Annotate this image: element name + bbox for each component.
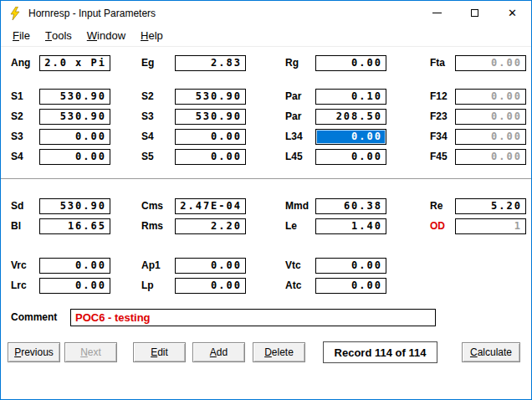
param-label-s3-2: S3 bbox=[11, 129, 23, 145]
param-field-atc[interactable]: 0.00 bbox=[315, 278, 386, 294]
param-label-mmd: Mmd bbox=[285, 198, 309, 214]
record-indicator: Record 114 of 114 bbox=[323, 341, 437, 363]
section-divider bbox=[1, 178, 531, 180]
param-field-s2[interactable]: 530.90 bbox=[175, 89, 246, 105]
param-label-f34: F34 bbox=[430, 129, 448, 145]
param-field-eg[interactable]: 2.83 bbox=[175, 55, 246, 71]
edit-button[interactable]: Edit bbox=[133, 342, 186, 362]
param-field-rms[interactable]: 2.20 bbox=[175, 218, 246, 234]
param-label-s2-2: S2 bbox=[11, 109, 23, 125]
menu-tools[interactable]: Tools bbox=[38, 25, 79, 46]
menu-window[interactable]: Window bbox=[79, 25, 133, 46]
param-label-lrc: Lrc bbox=[11, 278, 27, 294]
param-label-od: OD bbox=[430, 218, 445, 234]
menu-help[interactable]: Help bbox=[133, 25, 171, 46]
param-label-f12: F12 bbox=[430, 89, 448, 105]
param-label-par-2: Par bbox=[285, 109, 301, 125]
close-button[interactable]: ✕ bbox=[494, 1, 531, 25]
param-field-s4[interactable]: 0.00 bbox=[175, 129, 246, 145]
next-button[interactable]: Next bbox=[64, 342, 117, 362]
param-field-fta[interactable]: 0.00 bbox=[455, 55, 526, 71]
param-field-od[interactable]: 1 bbox=[455, 218, 526, 234]
param-label-vrc: Vrc bbox=[11, 258, 27, 274]
param-field-s3[interactable]: 530.90 bbox=[175, 109, 246, 125]
param-label-lp: Lp bbox=[141, 278, 154, 294]
hornresp-window: Hornresp - Input Parameters ✕ File Tools… bbox=[0, 0, 532, 400]
param-label-ap1: Ap1 bbox=[141, 258, 161, 274]
param-field-bl[interactable]: 16.65 bbox=[39, 218, 110, 234]
param-label-bl: Bl bbox=[11, 218, 21, 234]
param-label-l45: L45 bbox=[285, 149, 303, 165]
param-field-f23[interactable]: 0.00 bbox=[455, 109, 526, 125]
minimize-icon bbox=[432, 13, 442, 13]
param-field-l34[interactable]: 0.00 bbox=[315, 129, 386, 145]
param-label-cms: Cms bbox=[141, 198, 163, 214]
title-bar: Hornresp - Input Parameters ✕ bbox=[1, 1, 531, 25]
param-label-l34: L34 bbox=[285, 129, 303, 145]
param-label-fta: Fta bbox=[430, 55, 445, 71]
param-field-s2-2[interactable]: 530.90 bbox=[39, 109, 110, 125]
maximize-icon bbox=[471, 9, 478, 17]
param-field-vtc[interactable]: 0.00 bbox=[315, 258, 386, 274]
param-field-cms[interactable]: 2.47E-04 bbox=[175, 198, 246, 214]
window-title: Hornresp - Input Parameters bbox=[28, 8, 156, 19]
param-field-lp[interactable]: 0.00 bbox=[175, 278, 246, 294]
lightning-icon bbox=[8, 7, 22, 20]
param-field-f12[interactable]: 0.00 bbox=[455, 89, 526, 105]
param-field-re[interactable]: 5.20 bbox=[455, 198, 526, 214]
param-label-s1: S1 bbox=[11, 89, 23, 105]
add-button[interactable]: Add bbox=[192, 342, 245, 362]
param-label-re: Re bbox=[430, 198, 442, 214]
param-field-le[interactable]: 1.40 bbox=[315, 218, 386, 234]
param-field-f34[interactable]: 0.00 bbox=[455, 129, 526, 145]
param-field-par-2[interactable]: 208.50 bbox=[315, 109, 386, 125]
param-field-s5[interactable]: 0.00 bbox=[175, 149, 246, 165]
param-field-l45[interactable]: 0.00 bbox=[315, 149, 386, 165]
param-field-f45[interactable]: 0.00 bbox=[455, 149, 526, 165]
close-icon: ✕ bbox=[508, 8, 517, 18]
delete-button[interactable]: Delete bbox=[253, 342, 305, 362]
param-label-atc: Atc bbox=[285, 278, 301, 294]
param-field-s3-2[interactable]: 0.00 bbox=[39, 129, 110, 145]
param-label-s4: S4 bbox=[141, 129, 154, 145]
param-label-s3: S3 bbox=[141, 109, 154, 125]
param-field-vrc[interactable]: 0.00 bbox=[39, 258, 110, 274]
param-field-mmd[interactable]: 60.38 bbox=[315, 198, 386, 214]
window-controls: ✕ bbox=[418, 1, 531, 25]
param-field-ang[interactable]: 2.0 x Pi bbox=[39, 55, 110, 71]
param-field-s4-2[interactable]: 0.00 bbox=[39, 149, 110, 165]
param-label-ang: Ang bbox=[11, 55, 30, 71]
param-field-s1[interactable]: 530.90 bbox=[39, 89, 110, 105]
param-field-par[interactable]: 0.10 bbox=[315, 89, 386, 105]
param-field-lrc[interactable]: 0.00 bbox=[39, 278, 110, 294]
param-label-vtc: Vtc bbox=[285, 258, 301, 274]
param-label-s5: S5 bbox=[141, 149, 154, 165]
maximize-button[interactable] bbox=[456, 1, 494, 25]
param-label-sd: Sd bbox=[11, 198, 23, 214]
param-label-rg: Rg bbox=[285, 55, 299, 71]
param-label-eg: Eg bbox=[141, 55, 154, 71]
minimize-button[interactable] bbox=[418, 1, 456, 25]
param-field-rg[interactable]: 0.00 bbox=[315, 55, 386, 71]
param-field-ap1[interactable]: 0.00 bbox=[175, 258, 246, 274]
param-label-rms: Rms bbox=[141, 218, 163, 234]
param-label-f23: F23 bbox=[430, 109, 448, 125]
param-label-s2: S2 bbox=[141, 89, 154, 105]
menu-file[interactable]: File bbox=[5, 25, 38, 46]
param-field-sd[interactable]: 530.90 bbox=[39, 198, 110, 214]
calculate-button[interactable]: Calculate bbox=[462, 342, 520, 362]
param-label-s4-2: S4 bbox=[11, 149, 23, 165]
comment-label: Comment bbox=[11, 310, 57, 326]
menu-bar: File Tools Window Help bbox=[1, 25, 531, 47]
previous-button[interactable]: Previous bbox=[8, 342, 60, 362]
comment-field[interactable]: POC6 - testing bbox=[70, 309, 436, 326]
param-label-par: Par bbox=[285, 89, 301, 105]
param-label-le: Le bbox=[285, 218, 297, 234]
param-label-f45: F45 bbox=[430, 149, 448, 165]
